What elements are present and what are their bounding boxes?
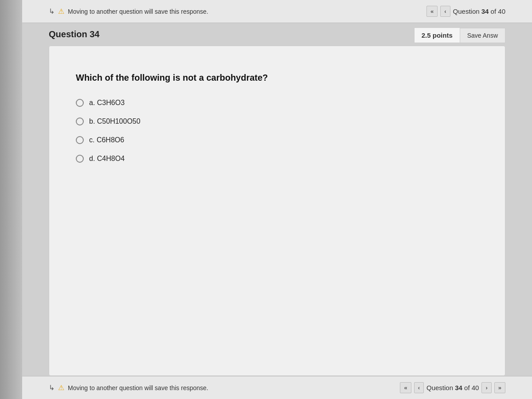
radio-d[interactable] bbox=[76, 155, 84, 163]
bottom-bar-right: « ‹ Question 34 of 40 › » bbox=[400, 382, 505, 393]
question-counter-top: Question 34 of 40 bbox=[453, 8, 505, 15]
bottom-bar-left: ↳ ⚠ Moving to another question will save… bbox=[49, 383, 208, 392]
question-title: Question 34 bbox=[49, 27, 99, 39]
question-header: Question 34 2.5 points Save Answ bbox=[49, 27, 505, 43]
option-c[interactable]: c. C6H8O6 bbox=[76, 136, 487, 144]
top-bar-right: « ‹ Question 34 of 40 bbox=[426, 6, 505, 17]
points-box: 2.5 points bbox=[414, 27, 460, 43]
bottom-nav-next-button[interactable]: › bbox=[481, 382, 491, 393]
option-a[interactable]: a. C3H6O3 bbox=[76, 99, 487, 107]
radio-a[interactable] bbox=[76, 99, 84, 107]
option-b[interactable]: b. C50H100O50 bbox=[76, 117, 487, 125]
bottom-nav-first-button[interactable]: « bbox=[400, 382, 411, 393]
question-counter-bottom: Question 34 of 40 bbox=[426, 384, 479, 391]
save-answer-button[interactable]: Save Answ bbox=[460, 28, 505, 43]
question-num-bottom: 34 bbox=[455, 384, 462, 391]
top-bar: ↳ ⚠ Moving to another question will save… bbox=[22, 0, 532, 23]
bottom-bar: ↳ ⚠ Moving to another question will save… bbox=[22, 376, 532, 399]
answer-options: a. C3H6O3 b. C50H100O50 c. C6H8O6 d. C4H… bbox=[76, 99, 487, 163]
question-num-top: 34 bbox=[481, 8, 489, 15]
option-b-label: b. C50H100O50 bbox=[89, 117, 141, 125]
option-c-label: c. C6H8O6 bbox=[89, 136, 124, 144]
warning-icon: ⚠ bbox=[58, 7, 64, 16]
bottom-nav-last-button[interactable]: » bbox=[494, 382, 505, 393]
points-save-row: 2.5 points Save Answ bbox=[414, 27, 505, 43]
bottom-warning-icon: ⚠ bbox=[58, 383, 64, 392]
bottom-nav-prev-button[interactable]: ‹ bbox=[414, 382, 424, 393]
question-text: Which of the following is not a carbohyd… bbox=[76, 73, 487, 83]
question-card: Which of the following is not a carbohyd… bbox=[49, 46, 505, 376]
bottom-arrow-icon: ↳ bbox=[49, 383, 55, 392]
arrow-icon: ↳ bbox=[49, 7, 55, 16]
left-sidebar bbox=[0, 0, 22, 399]
top-bar-left: ↳ ⚠ Moving to another question will save… bbox=[49, 7, 208, 16]
option-d-label: d. C4H8O4 bbox=[89, 155, 125, 163]
main-content: Question 34 2.5 points Save Answ Which o… bbox=[22, 23, 532, 376]
option-d[interactable]: d. C4H8O4 bbox=[76, 155, 487, 163]
nav-first-button[interactable]: « bbox=[426, 6, 438, 17]
radio-c[interactable] bbox=[76, 136, 84, 144]
nav-prev-button[interactable]: ‹ bbox=[440, 6, 450, 17]
bottom-warning-message: Moving to another question will save thi… bbox=[68, 384, 208, 391]
option-a-label: a. C3H6O3 bbox=[89, 99, 125, 107]
warning-message: Moving to another question will save thi… bbox=[68, 8, 208, 15]
radio-b[interactable] bbox=[76, 117, 84, 125]
